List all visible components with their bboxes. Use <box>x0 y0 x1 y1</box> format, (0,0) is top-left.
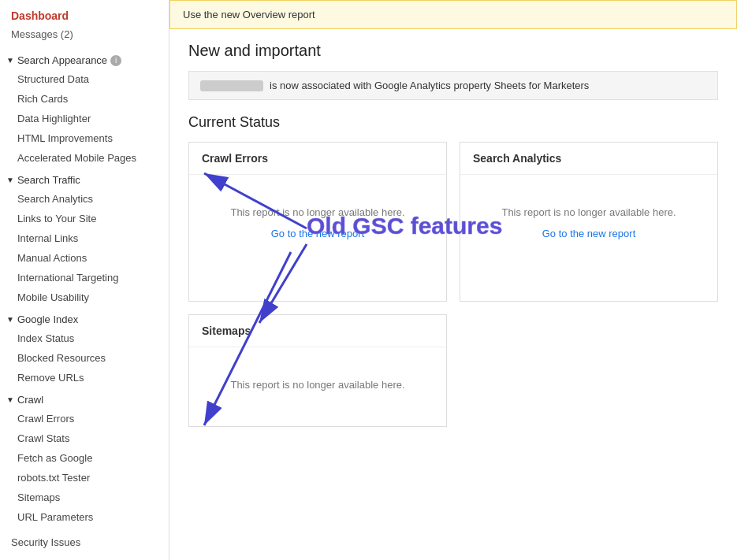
sidebar: Dashboard Messages (2) ▼ Search Appearan… <box>0 0 169 560</box>
info-icon[interactable]: i <box>110 55 121 66</box>
sidebar-item-data-highlighter[interactable]: Data Highlighter <box>0 109 169 128</box>
crawl-errors-card: Crawl Errors This report is no longer av… <box>188 142 447 302</box>
sidebar-section-google-index[interactable]: ▼ Google Index <box>0 307 169 328</box>
sidebar-item-search-analytics[interactable]: Search Analytics <box>0 189 169 209</box>
main-body: New and important is now associated with… <box>169 29 737 439</box>
banner-text: Use the new Overview report <box>183 9 315 20</box>
sidebar-item-crawl-errors[interactable]: Crawl Errors <box>0 409 169 428</box>
cards-grid: Crawl Errors This report is no longer av… <box>188 142 718 427</box>
crawl-errors-card-body: This report is no longer available here.… <box>189 175 446 301</box>
sidebar-item-mobile-usability[interactable]: Mobile Usability <box>0 287 169 307</box>
arrow-icon-2: ▼ <box>6 176 14 184</box>
arrow-icon-4: ▼ <box>6 395 14 404</box>
sidebar-messages[interactable]: Messages (2) <box>0 27 169 48</box>
crawl-errors-new-report-link[interactable]: Go to the new report <box>271 228 365 239</box>
sitemaps-no-report: This report is no longer available here. <box>230 379 404 391</box>
sidebar-dashboard[interactable]: Dashboard <box>0 0 169 27</box>
sidebar-item-structured-data[interactable]: Structured Data <box>0 69 169 89</box>
new-important-title: New and important <box>188 42 718 60</box>
crawl-errors-card-header: Crawl Errors <box>189 143 446 175</box>
search-traffic-label: Search Traffic <box>17 174 80 186</box>
sidebar-item-html-improvements[interactable]: HTML Improvements <box>0 128 169 148</box>
overview-banner: Use the new Overview report <box>169 0 737 29</box>
notification-text: is now associated with Google Analytics … <box>270 80 589 91</box>
current-status-title: Current Status <box>188 114 718 131</box>
search-analytics-card-body: This report is no longer available here.… <box>460 175 717 301</box>
sidebar-item-url-parameters[interactable]: URL Parameters <box>0 507 169 527</box>
search-analytics-no-report: This report is no longer available here. <box>501 206 676 218</box>
sidebar-item-index-status[interactable]: Index Status <box>0 328 169 348</box>
sidebar-item-international-targeting[interactable]: International Targeting <box>0 268 169 287</box>
notification-bar: is now associated with Google Analytics … <box>188 71 718 100</box>
sidebar-item-remove-urls[interactable]: Remove URLs <box>0 368 169 388</box>
sidebar-section-search-traffic[interactable]: ▼ Search Traffic <box>0 168 169 189</box>
sitemaps-card: Sitemaps This report is no longer availa… <box>188 314 447 427</box>
sidebar-item-manual-actions[interactable]: Manual Actions <box>0 248 169 268</box>
google-index-label: Google Index <box>17 313 78 325</box>
search-analytics-card: Search Analytics This report is no longe… <box>460 142 718 302</box>
sitemaps-card-body: This report is no longer available here. <box>189 347 446 426</box>
sidebar-item-sitemaps[interactable]: Sitemaps <box>0 488 169 507</box>
crawl-errors-no-report: This report is no longer available here. <box>230 206 404 218</box>
arrow-icon-3: ▼ <box>6 315 14 324</box>
sitemaps-card-header: Sitemaps <box>189 315 446 347</box>
sidebar-item-security-issues[interactable]: Security Issues <box>0 530 169 554</box>
search-analytics-card-header: Search Analytics <box>460 143 717 175</box>
sidebar-section-search-appearance[interactable]: ▼ Search Appearance i <box>0 48 169 69</box>
sidebar-item-web-tools[interactable]: Web Tools <box>0 554 169 560</box>
search-appearance-label: Search Appearance <box>17 54 107 66</box>
sidebar-section-crawl[interactable]: ▼ Crawl <box>0 388 169 409</box>
crawl-label: Crawl <box>17 394 43 406</box>
notification-avatar <box>200 80 263 91</box>
sidebar-item-blocked-resources[interactable]: Blocked Resources <box>0 348 169 368</box>
sidebar-item-accelerated-mobile-pages[interactable]: Accelerated Mobile Pages <box>0 148 169 168</box>
sidebar-item-crawl-stats[interactable]: Crawl Stats <box>0 428 169 448</box>
arrow-icon: ▼ <box>6 56 14 65</box>
search-analytics-new-report-link[interactable]: Go to the new report <box>542 228 636 239</box>
sidebar-item-rich-cards[interactable]: Rich Cards <box>0 89 169 109</box>
sidebar-item-links-to-your-site[interactable]: Links to Your Site <box>0 209 169 228</box>
sidebar-item-internal-links[interactable]: Internal Links <box>0 228 169 248</box>
sidebar-item-fetch-as-google[interactable]: Fetch as Google <box>0 448 169 468</box>
main-content: Use the new Overview report New and impo… <box>169 0 737 560</box>
sidebar-item-robots-txt-tester[interactable]: robots.txt Tester <box>0 468 169 488</box>
